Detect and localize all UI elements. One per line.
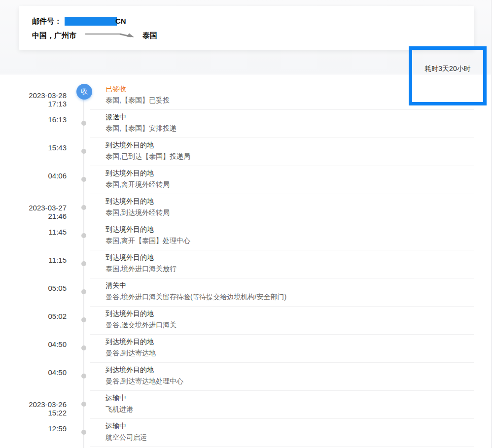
duration-highlight-box: 耗时3天20小时 [409,46,487,105]
timeline-rail [67,391,90,419]
event-time: 04:50 [0,368,67,377]
event-detail: 泰国,离开境外经转局 [106,180,474,189]
event-detail: 曼谷,送交境外进口海关 [106,320,474,330]
event-detail: 曼谷,境外进口海关留存待验(等待提交给边境机构/安全部门) [106,292,474,302]
timeline-rail [67,363,90,391]
timeline-rail [67,278,90,307]
event-status: 运输中 [106,419,474,431]
event-content: 运输中飞机进港 [90,391,474,419]
event-time: 15:43 [0,143,67,152]
tracking-timeline: 2023-03-2817:13收已签收泰国,【泰国】已妥投16:13派送中泰国,… [0,75,491,448]
timeline-rail [67,307,90,335]
timeline-event-row: 15:43到达境外目的地泰国,已到达【泰国】投递局 [0,138,491,166]
timeline-dot-icon [81,121,86,126]
mail-number-label: 邮件号： [32,16,62,27]
timeline-event-row: 11:15到达境外目的地泰国,境外进口海关放行 [0,250,491,278]
event-content: 到达境外目的地曼谷,到达寄达地 [90,335,474,363]
timeline-dot-icon [81,430,86,435]
timeline-dot-icon [81,317,86,322]
timeline-rail [67,222,90,250]
event-status: 清关中 [106,278,474,290]
timeline-dot-icon [81,345,86,350]
event-detail: 泰国,离开【泰国】处理中心 [106,236,474,245]
timeline-dot-icon [81,374,86,379]
route-arrow-icon [84,30,136,41]
mail-number-suffix: CN [115,16,126,27]
event-time: 16:13 [0,115,67,124]
timeline-rail: 收 [67,82,90,110]
event-date: 2023-03-28 [0,91,67,100]
event-time-column: 11:45 [0,222,67,250]
timeline-rail [67,419,90,447]
event-time: 05:02 [0,312,67,320]
event-time-column: 16:13 [0,110,67,138]
timeline-dot-icon [81,402,86,407]
event-time: 11:15 [0,256,67,264]
event-status: 运输中 [106,391,474,403]
event-time: 04:06 [0,172,67,180]
route-line: 中国，广州市 泰国 [32,30,474,41]
event-date: 2023-03-27 [0,204,67,212]
event-detail: 泰国,境外进口海关放行 [106,264,474,274]
timeline-event-row: 04:06到达境外目的地泰国,离开境外经转局 [0,166,491,194]
event-status: 到达境外目的地 [106,138,474,150]
event-time-column: 12:59 [0,419,67,447]
event-content: 运输中航空公司启运 [90,419,474,447]
timeline-dot-icon [81,233,86,238]
event-status: 到达境外目的地 [106,166,474,178]
event-detail: 航空公司启运 [106,433,474,442]
mail-number-redaction [65,17,117,26]
timeline-event-row: 11:45到达境外目的地泰国,离开【泰国】处理中心 [0,222,491,250]
event-time: 21:46 [0,212,67,220]
event-status: 到达境外目的地 [106,363,474,375]
timeline-event-row: 05:02到达境外目的地曼谷,送交境外进口海关 [0,307,491,335]
tracking-page: 邮件号： CN 中国，广州市 泰国 耗时3天20小时 2023-03-2817:… [0,0,493,448]
event-time-column: 04:50 [0,335,67,363]
event-content: 到达境外目的地泰国,已到达【泰国】投递局 [90,138,474,166]
event-time-column: 04:50 [0,363,67,391]
event-time: 12:59 [0,424,67,433]
event-status: 派送中 [106,110,474,122]
event-detail: 泰国,到达境外经转局 [106,208,474,217]
event-time-column: 2023-03-2615:22 [0,391,67,419]
event-status: 到达境外目的地 [106,222,474,234]
event-time-column: 2023-03-2817:13 [0,82,67,110]
origin-label: 中国，广州市 [32,30,76,41]
event-detail: 泰国,【泰国】安排投递 [106,124,474,133]
timeline-dot-icon [81,205,86,210]
received-node-icon: 收 [76,84,92,100]
timeline-event-row: 2023-03-2721:46到达境外目的地泰国,到达境外经转局 [0,194,491,222]
event-time: 04:50 [0,340,67,348]
destination-label: 泰国 [142,30,157,41]
event-time-column: 15:43 [0,138,67,166]
event-status: 到达境外目的地 [106,335,474,346]
timeline-dot-icon [81,289,86,294]
event-content: 到达境外目的地泰国,离开境外经转局 [90,166,474,194]
timeline-rail [67,166,90,194]
event-content: 清关中曼谷,境外进口海关留存待验(等待提交给边境机构/安全部门) [90,278,474,307]
timeline-dot-icon [81,177,86,182]
event-status: 到达境外目的地 [106,194,474,206]
timeline-event-row: 04:50到达境外目的地曼谷,到达寄达地 [0,335,491,363]
timeline-event-row: 12:59运输中航空公司启运 [0,419,491,447]
timeline-event-row: 16:13派送中泰国,【泰国】安排投递 [0,110,491,138]
timeline-rail [67,335,90,363]
event-detail: 飞机进港 [106,405,474,414]
event-date: 2023-03-26 [0,400,67,409]
event-time-column: 05:02 [0,307,67,335]
timeline-dot-icon [81,149,86,154]
event-time: 11:45 [0,228,67,236]
event-detail: 曼谷,到达寄达地 [106,348,474,358]
scrollbar-track-line [491,0,492,448]
event-time-column: 2023-03-2721:46 [0,194,67,222]
event-time-column: 11:15 [0,250,67,278]
timeline-rail [67,194,90,222]
event-detail: 泰国,已到达【泰国】投递局 [106,152,474,161]
event-content: 到达境外目的地泰国,到达境外经转局 [90,194,474,222]
event-detail: 曼谷,到达寄达地处理中心 [106,377,474,386]
event-status: 到达境外目的地 [106,307,474,318]
timeline-event-row: 05:05清关中曼谷,境外进口海关留存待验(等待提交给边境机构/安全部门) [0,278,491,307]
duration-text: 耗时3天20小时 [412,65,483,73]
event-time: 05:05 [0,284,67,292]
event-status: 到达境外目的地 [106,250,474,262]
